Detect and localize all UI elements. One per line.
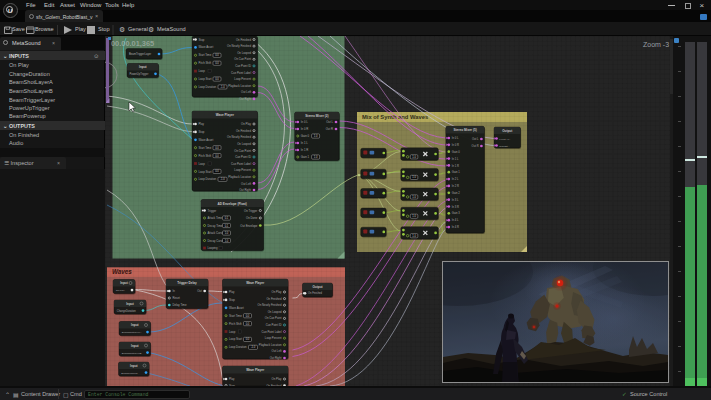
svg-text:1.0: 1.0 — [225, 239, 229, 243]
svg-text:In 0 L: In 0 L — [452, 136, 459, 140]
svg-text:0.0: 0.0 — [246, 314, 250, 318]
svg-text:Wave Asset: Wave Asset — [229, 306, 244, 310]
svg-text:BeamTriggerLayer: BeamTriggerLayer — [129, 52, 151, 56]
svg-text:Loop Percent: Loop Percent — [265, 336, 282, 340]
svg-text:Pitch Shift: Pitch Shift — [229, 322, 242, 326]
svg-text:On Trigger: On Trigger — [244, 209, 257, 213]
svg-text:-1.0: -1.0 — [251, 345, 256, 349]
svg-text:Wave Player: Wave Player — [246, 281, 265, 285]
svg-text:Loop Percent: Loop Percent — [234, 77, 251, 81]
svg-text:Play: Play — [199, 122, 205, 126]
svg-text:Stop: Stop — [229, 298, 235, 302]
svg-text:0.1: 0.1 — [225, 216, 229, 220]
svg-text:Loop: Loop — [199, 162, 206, 166]
svg-text:Out L: Out L — [472, 137, 479, 141]
svg-text:Gain 0: Gain 0 — [301, 134, 310, 138]
svg-text:Start Time: Start Time — [229, 314, 242, 318]
svg-text:0.0: 0.0 — [215, 154, 219, 158]
svg-text:1.0: 1.0 — [314, 155, 318, 159]
svg-text:Loop Duration: Loop Duration — [199, 85, 217, 89]
svg-text:Wave Asset: Wave Asset — [199, 138, 214, 142]
svg-text:On Nearly Finished: On Nearly Finished — [227, 44, 251, 48]
svg-text:R/Right ..: R/Right .. — [499, 145, 510, 148]
svg-text:On Finished: On Finished — [266, 297, 282, 301]
svg-text:Gain 3: Gain 3 — [452, 211, 460, 215]
svg-text:Output: Output — [312, 285, 322, 289]
svg-text:Input: Input — [126, 302, 134, 306]
svg-text:Wave Player: Wave Player — [246, 368, 265, 372]
svg-text:Out L: Out L — [326, 120, 333, 124]
svg-text:Decay Curve: Decay Curve — [208, 239, 225, 243]
svg-text:On Play: On Play — [272, 290, 283, 294]
svg-text:-1.0: -1.0 — [220, 177, 225, 181]
svg-text:Gain 0: Gain 0 — [452, 150, 460, 154]
svg-text:Input: Input — [120, 281, 128, 285]
svg-text:BeamShotLayerB: BeamShotLayerB — [122, 352, 142, 355]
svg-text:In 0 L: In 0 L — [301, 120, 308, 124]
svg-text:Out R: Out R — [472, 144, 479, 148]
svg-text:0.0: 0.0 — [215, 61, 219, 65]
svg-text:On Nearly Finished: On Nearly Finished — [227, 135, 251, 139]
svg-text:On Cue Point: On Cue Point — [265, 316, 282, 320]
svg-text:0.0: 0.0 — [246, 337, 250, 341]
svg-text:Playback Location: Playback Location — [228, 84, 251, 88]
svg-text:Input: Input — [131, 323, 139, 327]
svg-text:Loop Percent: Loop Percent — [234, 168, 251, 172]
svg-text:In 0 R: In 0 R — [452, 143, 459, 147]
svg-text:Loop Start: Loop Start — [199, 77, 212, 81]
svg-text:On Finished: On Finished — [236, 129, 252, 133]
svg-text:Loop Start: Loop Start — [229, 337, 242, 341]
svg-text:Cue Point Label: Cue Point Label — [231, 162, 251, 166]
svg-text:0.0: 0.0 — [215, 77, 219, 81]
svg-text:-1.0: -1.0 — [220, 85, 225, 89]
svg-text:In 0 R: In 0 R — [301, 127, 308, 131]
svg-text:1.0: 1.0 — [412, 214, 416, 218]
svg-text:On Looped: On Looped — [237, 51, 251, 55]
svg-text:Input: Input — [130, 364, 138, 368]
svg-text:L/Left Au..: L/Left Au.. — [499, 138, 511, 141]
svg-text:Out Left: Out Left — [241, 90, 251, 94]
svg-text:Start Time: Start Time — [199, 53, 212, 57]
svg-text:In 2 L: In 2 L — [452, 177, 459, 181]
svg-text:Out R: Out R — [326, 127, 333, 131]
svg-text:0.0: 0.0 — [246, 322, 250, 326]
svg-text:Wave Player: Wave Player — [216, 113, 235, 117]
svg-text:Stereo Mixer (5): Stereo Mixer (5) — [453, 128, 476, 132]
svg-text:Playback Location: Playback Location — [228, 175, 251, 179]
svg-text:Attack Time: Attack Time — [208, 216, 223, 220]
svg-text:Delay Time: Delay Time — [173, 303, 187, 307]
svg-text:On Looped: On Looped — [268, 310, 282, 314]
svg-text:Reset: Reset — [173, 296, 181, 300]
svg-text:Pitch Shift: Pitch Shift — [199, 61, 212, 65]
svg-text:Out Envelope: Out Envelope — [240, 224, 257, 228]
svg-text:1.0: 1.0 — [314, 134, 318, 138]
svg-text:On Finished: On Finished — [236, 38, 252, 42]
svg-text:On Play: On Play — [116, 289, 126, 292]
svg-text:Out Left: Out Left — [241, 182, 251, 186]
svg-text:In 4 R: In 4 R — [452, 225, 459, 229]
svg-text:Loop Start: Loop Start — [199, 170, 212, 174]
svg-text:Cue Point ID: Cue Point ID — [235, 155, 251, 159]
svg-text:Loop Duration: Loop Duration — [229, 345, 247, 349]
svg-text:In 4 L: In 4 L — [452, 218, 459, 222]
svg-text:1.0: 1.0 — [225, 231, 229, 235]
svg-text:Out Right: Out Right — [239, 97, 251, 101]
svg-text:In 1 R: In 1 R — [452, 164, 459, 168]
svg-text:Play: Play — [229, 290, 235, 294]
svg-text:Trigger: Trigger — [208, 209, 217, 213]
svg-text:1.0: 1.0 — [412, 234, 416, 238]
svg-text:In 3 R: In 3 R — [452, 205, 459, 209]
svg-text:Stereo Mixer (2): Stereo Mixer (2) — [305, 114, 328, 118]
svg-text:Start Time: Start Time — [199, 146, 212, 150]
svg-text:Loop Duration: Loop Duration — [199, 177, 217, 181]
svg-text:ChangeDuration: ChangeDuration — [117, 309, 136, 313]
svg-text:Input: Input — [139, 65, 147, 69]
svg-text:Stop: Stop — [199, 130, 205, 134]
svg-text:Gain 1: Gain 1 — [301, 155, 310, 159]
svg-text:In 1 R: In 1 R — [301, 148, 308, 152]
svg-text:Loop: Loop — [229, 330, 236, 334]
svg-text:1.0: 1.0 — [412, 195, 416, 199]
svg-text:Out Left: Out Left — [272, 349, 282, 353]
svg-text:Decay Time: Decay Time — [208, 224, 223, 228]
svg-text:0.1: 0.1 — [225, 224, 229, 228]
